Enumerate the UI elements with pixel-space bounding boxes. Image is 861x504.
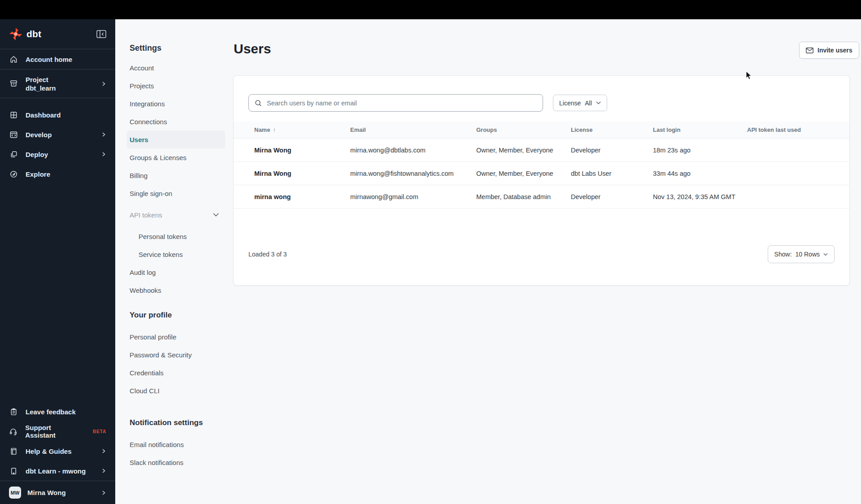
- settings-nav-item-integrations[interactable]: Integrations: [130, 95, 225, 113]
- column-header-name[interactable]: Name ↑: [254, 126, 350, 133]
- sidebar-item-support-assistant[interactable]: Support Assistant BETA: [0, 421, 115, 441]
- chevron-right-icon: [101, 152, 106, 157]
- sidebar-item-develop[interactable]: Develop: [0, 125, 115, 144]
- sidebar-item-explore[interactable]: Explore: [0, 164, 115, 184]
- book-icon: [9, 447, 18, 456]
- sidebar-item-label: Help & Guides: [26, 448, 72, 455]
- cell-name: mirna wong: [254, 193, 350, 200]
- sidebar-item-account-home[interactable]: Account home: [0, 49, 115, 69]
- user-name: Mirna Wong: [27, 489, 66, 496]
- logo-text: dbt: [26, 29, 41, 39]
- chevron-right-icon: [101, 132, 106, 137]
- sidebar-logo-row: dbt: [0, 19, 115, 49]
- settings-nav-item-cloud-cli[interactable]: Cloud CLI: [130, 382, 225, 400]
- settings-nav-item-connections[interactable]: Connections: [130, 113, 225, 130]
- chevron-down-icon: [596, 101, 601, 104]
- settings-nav-item-projects[interactable]: Projects: [130, 77, 225, 95]
- cell-last-login: 33m 44s ago: [653, 170, 747, 177]
- cell-email: mirnawong@gmail.com: [350, 193, 476, 200]
- sidebar-item-label: Explore: [26, 170, 50, 178]
- table-row[interactable]: Mirna Wong mirna.wong@dbtlabs.com Owner,…: [234, 139, 849, 162]
- column-label: License: [571, 126, 592, 133]
- column-header-license[interactable]: License: [571, 126, 653, 133]
- nav-item-label: Integrations: [130, 100, 165, 108]
- cell-name: Mirna Wong: [254, 147, 350, 154]
- settings-nav-item-service-tokens[interactable]: Service tokens: [130, 245, 225, 263]
- mail-icon: [806, 48, 813, 53]
- table-filters: License All: [248, 94, 835, 112]
- nav-item-label: API tokens: [130, 211, 162, 219]
- column-label: API token last used: [747, 126, 801, 133]
- page-title: Users: [234, 41, 271, 56]
- table-row[interactable]: Mirna Wong mirna.wong@fishtownanalytics.…: [234, 162, 849, 185]
- settings-nav-item-password-security[interactable]: Password & Security: [130, 346, 225, 364]
- dbt-logo-icon: [9, 27, 22, 41]
- sidebar-item-leave-feedback[interactable]: Leave feedback: [0, 402, 115, 421]
- settings-nav-item-email-notifications[interactable]: Email notifications: [130, 435, 225, 453]
- profile-section-title: Your profile: [130, 310, 225, 321]
- cell-last-login: Nov 13, 2024, 9:35 AM GMT: [653, 193, 747, 200]
- nav-item-label: Email notifications: [130, 441, 184, 448]
- show-value: 10 Rows: [796, 251, 820, 258]
- users-card: License All Name ↑ Email Groups License …: [233, 75, 850, 286]
- cell-name: Mirna Wong: [254, 170, 350, 177]
- dbt-logo[interactable]: dbt: [9, 27, 41, 41]
- table-footer: Loaded 3 of 3 Show: 10 Rows: [248, 245, 835, 263]
- sidebar-item-label: Leave feedback: [26, 408, 76, 416]
- sidebar-item-label: Develop: [26, 131, 52, 139]
- top-system-bar: [0, 0, 861, 19]
- settings-nav-item-billing[interactable]: Billing: [130, 166, 225, 184]
- nav-item-label: Password & Security: [130, 351, 191, 359]
- nav-item-label: Service tokens: [139, 251, 183, 258]
- settings-nav-item-users[interactable]: Users: [126, 130, 225, 148]
- settings-nav-item-credentials[interactable]: Credentials: [130, 364, 225, 382]
- sidebar-item-dashboard[interactable]: Dashboard: [0, 105, 115, 125]
- chevron-right-icon: [101, 490, 106, 495]
- sidebar-item-deploy[interactable]: Deploy: [0, 144, 115, 164]
- cell-email: mirna.wong@fishtownanalytics.com: [350, 170, 476, 177]
- sidebar-divider: [0, 98, 115, 98]
- cell-license: Developer: [571, 193, 653, 200]
- license-filter-label: License: [559, 100, 581, 107]
- column-header-last-login[interactable]: Last login: [653, 126, 747, 133]
- settings-nav-item-slack-notifications[interactable]: Slack notifications: [130, 453, 225, 471]
- grid-icon: [9, 111, 18, 119]
- rows-per-page-dropdown[interactable]: Show: 10 Rows: [768, 245, 835, 263]
- settings-nav-item-groups-licenses[interactable]: Groups & Licenses: [130, 148, 225, 166]
- column-header-groups[interactable]: Groups: [476, 126, 571, 133]
- sidebar-item-dbt-learn-account[interactable]: dbt Learn - mwong: [0, 461, 115, 481]
- nav-item-label: Slack notifications: [130, 459, 183, 466]
- settings-nav-title: Settings: [130, 43, 225, 53]
- column-header-api-token[interactable]: API token last used: [747, 126, 849, 133]
- license-filter-value: All: [585, 100, 592, 107]
- table-row[interactable]: mirna wong mirnawong@gmail.com Member, D…: [234, 185, 849, 209]
- invite-users-button[interactable]: Invite users: [799, 42, 859, 59]
- panel-collapse-icon[interactable]: [96, 30, 106, 38]
- settings-nav-item-single-sign-on[interactable]: Single sign-on: [130, 184, 225, 202]
- mouse-cursor: [746, 71, 752, 80]
- settings-nav-item-webhooks[interactable]: Webhooks: [130, 281, 225, 299]
- nav-item-label: Cloud CLI: [130, 387, 160, 395]
- column-header-email[interactable]: Email: [350, 126, 476, 133]
- settings-nav: Settings Account Projects Integrations C…: [130, 43, 225, 471]
- chevron-down-icon: [213, 213, 219, 217]
- sidebar-item-help-guides[interactable]: Help & Guides: [0, 441, 115, 461]
- home-icon: [9, 55, 18, 64]
- sidebar-user-menu[interactable]: MW Mirna Wong: [0, 481, 115, 504]
- settings-nav-item-personal-profile[interactable]: Personal profile: [130, 328, 225, 346]
- search-icon: [255, 100, 262, 107]
- invite-users-label: Invite users: [818, 47, 852, 54]
- sidebar-item-project[interactable]: Project dbt_learn: [0, 70, 115, 98]
- archive-box-icon: [9, 79, 18, 88]
- settings-nav-item-personal-tokens[interactable]: Personal tokens: [130, 227, 225, 245]
- nav-item-label: Audit log: [130, 269, 156, 276]
- search-input[interactable]: [267, 100, 537, 107]
- settings-nav-item-api-tokens[interactable]: API tokens: [130, 206, 225, 224]
- sort-ascending-icon: ↑: [273, 127, 275, 133]
- settings-nav-item-account[interactable]: Account: [130, 59, 225, 77]
- settings-nav-item-audit-log[interactable]: Audit log: [130, 263, 225, 281]
- cell-groups: Member, Database admin: [476, 193, 571, 200]
- notification-section-title: Notification settings: [130, 417, 225, 428]
- sidebar-item-label: Project: [26, 75, 56, 84]
- license-filter-dropdown[interactable]: License All: [553, 95, 607, 111]
